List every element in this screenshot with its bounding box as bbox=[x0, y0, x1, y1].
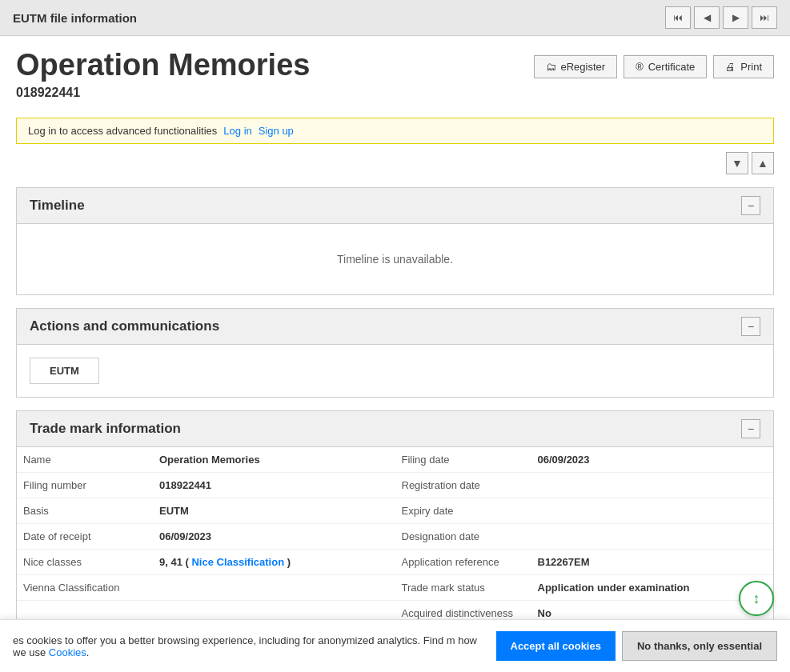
print-button[interactable]: 🖨 Print bbox=[713, 55, 774, 78]
vienna-classification-row: Vienna Classification bbox=[17, 575, 395, 601]
scroll-icon: ↕ bbox=[753, 590, 760, 607]
expiry-date-label: Expiry date bbox=[402, 505, 538, 517]
header-title: EUTM file information bbox=[13, 11, 137, 25]
application-reference-row: Application reference B12267EM bbox=[395, 550, 774, 575]
cookie-buttons: Accept all cookies No thanks, only essen… bbox=[496, 631, 778, 640]
filing-date-value: 06/09/2023 bbox=[538, 454, 768, 466]
login-bar-text: Log in to access advanced functionalitie… bbox=[28, 125, 217, 137]
expand-controls: ▼ ▲ bbox=[16, 152, 774, 174]
actions-collapse-button[interactable]: − bbox=[741, 317, 760, 336]
actions-section-header: Actions and communications − bbox=[17, 309, 773, 345]
title-row: Operation Memories 018922441 🗂 eRegister… bbox=[16, 49, 774, 110]
nice-classes-value: 9, 41 ( Nice Classification ) bbox=[159, 556, 389, 568]
trademark-info-title: Trade mark information bbox=[30, 421, 181, 437]
trademark-info-header: Trade mark information − bbox=[17, 411, 773, 447]
cookie-message: es cookies to offer you a better browsin… bbox=[13, 634, 477, 640]
expiry-date-row: Expiry date bbox=[395, 498, 774, 524]
login-bar: Log in to access advanced functionalitie… bbox=[16, 118, 774, 144]
filing-number-label: Filing number bbox=[23, 479, 159, 491]
cookie-text: es cookies to offer you a better browsin… bbox=[13, 634, 487, 640]
acquired-distinctiveness-label: Acquired distinctiveness bbox=[402, 607, 538, 619]
timeline-section: Timeline − Timeline is unavailable. bbox=[16, 187, 774, 295]
timeline-title: Timeline bbox=[30, 198, 85, 214]
collapse-all-button[interactable]: ▼ bbox=[726, 152, 748, 174]
trademark-info-grid: Name Operation Memories Filing number 01… bbox=[17, 447, 773, 626]
filing-date-label: Filing date bbox=[402, 454, 538, 466]
trademark-info-left-col: Name Operation Memories Filing number 01… bbox=[17, 447, 395, 626]
trademark-number: 018922441 bbox=[16, 86, 310, 100]
accept-all-cookies-button[interactable]: Accept all cookies bbox=[496, 631, 616, 640]
filing-number-value: 018922441 bbox=[159, 479, 389, 491]
page-content: Operation Memories 018922441 🗂 eRegister… bbox=[0, 36, 790, 640]
filing-date-row: Filing date 06/09/2023 bbox=[395, 447, 774, 473]
designation-date-label: Designation date bbox=[402, 530, 538, 542]
trademark-header: Operation Memories 018922441 bbox=[16, 49, 310, 110]
name-value: Operation Memories bbox=[159, 454, 389, 466]
trademark-status-label: Trade mark status bbox=[402, 582, 538, 594]
actions-section: Actions and communications − EUTM bbox=[16, 308, 774, 398]
eregister-button[interactable]: 🗂 eRegister bbox=[534, 55, 618, 78]
nice-classes-prefix: 9, 41 ( bbox=[159, 556, 191, 568]
nice-classification-link[interactable]: Nice Classification bbox=[191, 556, 284, 568]
nav-first-button[interactable]: ⏮ bbox=[665, 6, 691, 29]
folder-icon: 🗂 bbox=[546, 61, 556, 73]
date-receipt-value: 06/09/2023 bbox=[159, 530, 389, 542]
nav-next-button[interactable]: ▶ bbox=[723, 6, 748, 29]
trademark-info-collapse-button[interactable]: − bbox=[741, 419, 760, 438]
name-label: Name bbox=[23, 454, 159, 466]
certificate-button[interactable]: ® Certificate bbox=[624, 55, 707, 78]
vienna-label: Vienna Classification bbox=[23, 582, 159, 594]
certificate-icon: ® bbox=[636, 61, 644, 73]
cookie-banner: es cookies to offer you a better browsin… bbox=[0, 619, 790, 640]
header-bar: EUTM file information ⏮ ◀ ▶ ⏭ bbox=[0, 0, 790, 36]
registration-date-label: Registration date bbox=[402, 479, 538, 491]
timeline-section-header: Timeline − bbox=[17, 188, 773, 224]
trademark-name: Operation Memories bbox=[16, 49, 310, 82]
basis-row: Basis EUTM bbox=[17, 498, 395, 524]
trademark-info-right-col: Filing date 06/09/2023 Registration date… bbox=[395, 447, 774, 626]
nav-prev-button[interactable]: ◀ bbox=[694, 6, 720, 29]
nav-buttons: ⏮ ◀ ▶ ⏭ bbox=[665, 6, 777, 29]
trademark-status-row: Trade mark status Application under exam… bbox=[395, 575, 774, 601]
trademark-status-value: Application under examination bbox=[538, 582, 768, 594]
name-row: Name Operation Memories bbox=[17, 447, 395, 473]
application-reference-value: B12267EM bbox=[538, 556, 768, 568]
login-link[interactable]: Log in bbox=[223, 125, 251, 137]
scroll-fab[interactable]: ↕ bbox=[739, 581, 774, 616]
basis-label: Basis bbox=[23, 505, 159, 517]
date-receipt-label: Date of receipt bbox=[23, 530, 159, 542]
date-receipt-row: Date of receipt 06/09/2023 bbox=[17, 524, 395, 550]
nice-classes-suffix: ) bbox=[284, 556, 291, 568]
designation-date-row: Designation date bbox=[395, 524, 774, 550]
acquired-distinctiveness-value: No bbox=[538, 607, 768, 619]
filing-number-row: Filing number 018922441 bbox=[17, 473, 395, 498]
timeline-body: Timeline is unavailable. bbox=[17, 224, 773, 294]
print-icon: 🖨 bbox=[725, 61, 736, 73]
nav-last-button[interactable]: ⏭ bbox=[752, 6, 777, 29]
nice-classes-label: Nice classes bbox=[23, 556, 159, 568]
signup-link[interactable]: Sign up bbox=[259, 125, 294, 137]
nice-classes-row: Nice classes 9, 41 ( Nice Classification… bbox=[17, 550, 395, 575]
action-buttons: 🗂 eRegister ® Certificate 🖨 Print bbox=[534, 55, 775, 78]
eutm-tab[interactable]: EUTM bbox=[30, 358, 99, 384]
timeline-unavailable-text: Timeline is unavailable. bbox=[30, 237, 760, 282]
basis-value: EUTM bbox=[159, 505, 389, 517]
application-reference-label: Application reference bbox=[402, 556, 538, 568]
actions-body: EUTM bbox=[17, 345, 773, 397]
expand-all-button[interactable]: ▲ bbox=[752, 152, 774, 174]
essential-only-button[interactable]: No thanks, only essential bbox=[622, 631, 777, 640]
timeline-collapse-button[interactable]: − bbox=[741, 196, 760, 215]
registration-date-row: Registration date bbox=[395, 473, 774, 498]
trademark-info-section: Trade mark information − Name Operation … bbox=[16, 410, 774, 627]
trademark-info-body: Name Operation Memories Filing number 01… bbox=[17, 447, 773, 626]
actions-title: Actions and communications bbox=[30, 318, 219, 334]
